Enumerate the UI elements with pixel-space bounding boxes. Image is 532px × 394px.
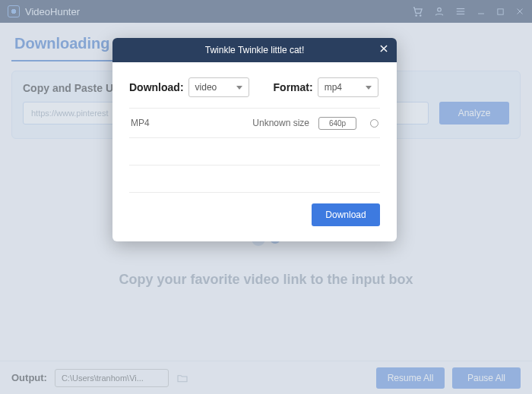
modal-close-button[interactable]	[378, 43, 389, 54]
download-type-label: Download:	[129, 81, 184, 93]
selectors-row: Download: video Format: mp4	[129, 77, 380, 97]
option-format: MP4	[131, 118, 207, 128]
download-modal: Twinkle Twinkle little cat! Download: vi…	[112, 38, 397, 241]
modal-title: Twinkle Twinkle little cat!	[205, 45, 305, 55]
download-type-value: video	[195, 82, 217, 93]
format-value: mp4	[325, 82, 342, 93]
option-quality[interactable]: 640p	[318, 117, 356, 130]
format-select[interactable]: mp4	[318, 77, 378, 97]
option-radio[interactable]	[370, 119, 378, 128]
download-button[interactable]: Download	[312, 203, 380, 226]
option-row-empty	[129, 138, 380, 165]
chevron-down-icon	[236, 86, 242, 90]
option-size: Unknown size	[207, 118, 318, 128]
option-row-empty	[129, 165, 380, 193]
download-type-select[interactable]: video	[188, 77, 249, 97]
modal-header: Twinkle Twinkle little cat!	[112, 38, 397, 62]
format-label: Format:	[274, 81, 313, 93]
chevron-down-icon	[366, 86, 372, 90]
option-row[interactable]: MP4 Unknown size 640p	[129, 108, 380, 138]
